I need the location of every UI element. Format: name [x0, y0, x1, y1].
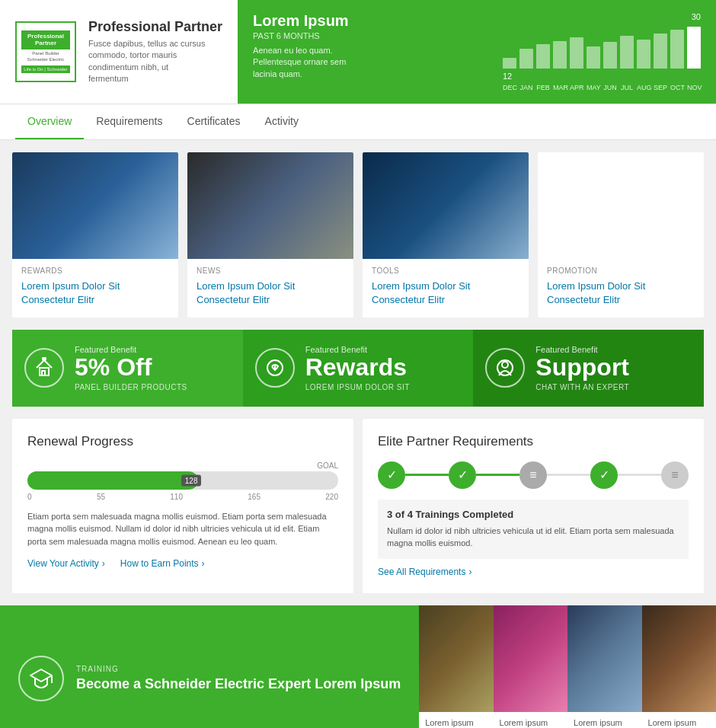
- goal-label: GOAL: [27, 461, 338, 470]
- progress-marker-2: 110: [170, 493, 183, 501]
- bar-label-7: JUL: [620, 84, 634, 91]
- tab-certificates[interactable]: Certificates: [175, 104, 253, 139]
- training-section: TRAINING Become a Schneider Electric Exp…: [0, 605, 716, 728]
- chart-subtitle: PAST 6 MONTHS: [253, 31, 360, 40]
- card-title-3: Lorem Ipsum Dolor Sit Consectetur Elitr: [547, 279, 695, 307]
- svg-point-5: [502, 362, 508, 368]
- bars-container: 30 12 DECJANFEBMARAPRMAYJUNJULAUGSEPOCTN…: [503, 12, 701, 91]
- logo-mid-text: Panel Builder Schneider Electric: [26, 49, 66, 65]
- chart-bar-11: [687, 27, 701, 69]
- content-card-3[interactable]: PROMOTION Lorem Ipsum Dolor Sit Consecte…: [538, 152, 704, 318]
- benefit-title-0: 5% Off: [75, 354, 187, 381]
- partner-text: Professional Partner Fusce dapibus, tell…: [88, 19, 222, 85]
- progress-track: 128: [27, 471, 338, 490]
- card-image-3: [538, 152, 704, 259]
- card-body-1: NEWS Lorem Ipsum Dolor Sit Consectetur E…: [187, 259, 353, 318]
- benefit-label-0: Featured Benefit: [75, 345, 187, 354]
- chart-bar-5: [587, 46, 600, 69]
- benefit-icon-svg-0: [34, 357, 55, 378]
- bar-label-3: MAR: [553, 84, 567, 91]
- logo-top-text: Professional Partner: [21, 30, 70, 49]
- benefit-icon-svg-2: [494, 357, 516, 378]
- training-card-img-3: [642, 605, 716, 712]
- training-card-label-1: Lorem ipsum dolor sit amet consectetur: [494, 712, 567, 728]
- chart-max-value: 30: [692, 12, 701, 21]
- bar-label-11: NOV: [687, 84, 701, 91]
- req-connector-1: [405, 474, 449, 476]
- card-title-2: Lorem Ipsum Dolor Sit Consectetur Elitr: [372, 279, 519, 307]
- chart-bar-4: [570, 37, 583, 69]
- training-icon: [18, 656, 64, 701]
- bar-label-10: OCT: [670, 84, 684, 91]
- see-all-requirements-link[interactable]: See All Requirements ›: [378, 567, 471, 577]
- benefit-2[interactable]: Featured Benefit Support CHAT WITH AN EX…: [473, 330, 704, 406]
- progress-marker-3: 165: [248, 493, 261, 501]
- content-card-1[interactable]: NEWS Lorem Ipsum Dolor Sit Consectetur E…: [187, 152, 353, 318]
- chart-bar-7: [620, 36, 634, 69]
- req-connector-2: [476, 474, 519, 476]
- progress-markers: 055110165220: [27, 493, 338, 501]
- training-card-3[interactable]: Lorem ipsum dolor sit amet consectetur: [642, 605, 716, 728]
- req-step-4: ✓: [590, 461, 618, 489]
- card-title-1: Lorem Ipsum Dolor Sit Consectetur Elitr: [197, 279, 344, 307]
- progress-marker-0: 0: [27, 493, 32, 501]
- benefits-section: Featured Benefit 5% Off PANEL BUILDER PR…: [12, 330, 704, 406]
- req-connector-4: [618, 474, 661, 476]
- svg-point-2: [43, 357, 46, 360]
- req-step-5: ≡: [661, 461, 689, 489]
- benefit-icon-0: [24, 348, 64, 388]
- bar-label-1: JAN: [519, 84, 533, 91]
- benefit-subtitle-1: LOREM IPSUM DOLOR SIT: [305, 383, 410, 391]
- header-partner-info: Professional Partner Panel Builder Schne…: [0, 0, 238, 104]
- renewal-title: Renewal Progress: [27, 434, 338, 449]
- tab-overview[interactable]: Overview: [15, 104, 84, 139]
- benefit-icon-2: [485, 348, 525, 388]
- chart-description: Aenean eu leo quam. Pellentesque ornare …: [253, 45, 360, 80]
- training-card-1[interactable]: Lorem ipsum dolor sit amet consectetur: [494, 605, 567, 728]
- chart-bar-0: [503, 58, 516, 69]
- partner-logo: Professional Partner Panel Builder Schne…: [15, 21, 76, 82]
- benefit-label-1: Featured Benefit: [305, 345, 410, 354]
- benefit-text-1: Featured Benefit Rewards LOREM IPSUM DOL…: [305, 345, 410, 391]
- nav-tabs: Overview Requirements Certificates Activ…: [0, 104, 716, 140]
- card-category-2: TOOLS: [372, 267, 519, 275]
- card-body-0: REWARDS Lorem Ipsum Dolor Sit Consectetu…: [12, 259, 178, 318]
- tab-requirements[interactable]: Requirements: [84, 104, 174, 139]
- training-card-0[interactable]: Lorem ipsum dolor sit amet consectetur: [419, 605, 493, 728]
- benefit-1[interactable]: Featured Benefit Rewards LOREM IPSUM DOL…: [243, 330, 474, 406]
- bottom-panels: Renewal Progress GOAL 128 055110165220 E…: [12, 419, 704, 593]
- view-activity-link[interactable]: View Your Activity ›: [27, 558, 105, 569]
- req-steps: ✓ ✓ ≡ ✓ ≡: [378, 461, 689, 489]
- training-info: TRAINING Become a Schneider Electric Exp…: [0, 605, 419, 728]
- earn-points-link[interactable]: How to Earn Points ›: [120, 558, 205, 569]
- training-card-label-2: Lorem ipsum dolor sit amet consectetur: [567, 712, 641, 728]
- content-card-0[interactable]: REWARDS Lorem Ipsum Dolor Sit Consectetu…: [12, 152, 178, 318]
- chart-bar-3: [553, 41, 567, 69]
- chart-bar-8: [637, 40, 650, 69]
- cards-grid: REWARDS Lorem Ipsum Dolor Sit Consectetu…: [12, 152, 704, 318]
- benefit-subtitle-0: PANEL BUILDER PRODUCTS: [75, 383, 187, 391]
- training-text-block: TRAINING Become a Schneider Electric Exp…: [76, 665, 401, 692]
- chart-bar-1: [519, 49, 533, 69]
- card-image-0: [12, 152, 178, 259]
- progress-current: 128: [181, 474, 202, 486]
- benefit-icon-1: [255, 348, 295, 388]
- tab-activity[interactable]: Activity: [253, 104, 311, 139]
- bar-chart: [503, 23, 701, 69]
- bar-label-4: APR: [570, 84, 583, 91]
- bar-label-0: DEC: [503, 84, 516, 91]
- benefit-label-2: Featured Benefit: [535, 345, 629, 354]
- card-category-0: REWARDS: [21, 267, 169, 275]
- training-card-2[interactable]: Lorem ipsum dolor sit amet consectetur: [567, 605, 641, 728]
- card-image-2: [363, 152, 529, 259]
- card-category-1: NEWS: [197, 267, 344, 275]
- chart-title: Lorem Ipsum: [253, 12, 360, 30]
- renewal-description: Etiam porta sem malesuada magna mollis e…: [27, 510, 338, 548]
- benefit-title-2: Support: [535, 354, 629, 381]
- requirements-title: Elite Partner Requirements: [378, 434, 689, 449]
- req-connector-3: [547, 474, 590, 476]
- benefit-0[interactable]: Featured Benefit 5% Off PANEL BUILDER PR…: [12, 330, 243, 406]
- bar-labels: DECJANFEBMARAPRMAYJUNJULAUGSEPOCTNOV: [503, 84, 701, 91]
- content-card-2[interactable]: TOOLS Lorem Ipsum Dolor Sit Consectetur …: [363, 152, 529, 318]
- card-category-3: PROMOTION: [547, 267, 695, 275]
